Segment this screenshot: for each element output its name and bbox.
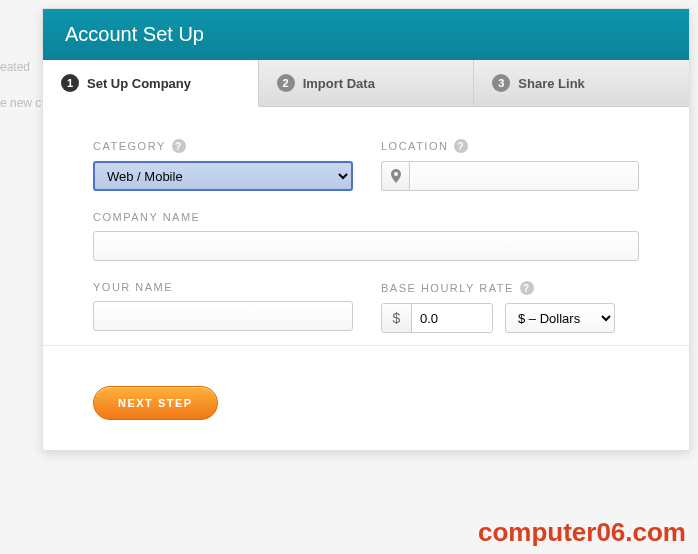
bg-text-1: eated bbox=[0, 60, 30, 74]
help-icon[interactable]: ? bbox=[520, 281, 534, 295]
tab-set-up-company[interactable]: 1 Set Up Company bbox=[43, 60, 259, 107]
divider bbox=[43, 345, 689, 346]
currency-symbol: $ bbox=[382, 304, 412, 332]
step-number-2: 2 bbox=[277, 74, 295, 92]
form-area: CATEGORY ? Web / Mobile LOCATION ? bbox=[43, 107, 689, 366]
modal-title: Account Set Up bbox=[43, 9, 689, 60]
pin-icon bbox=[381, 161, 409, 191]
tab-share-link[interactable]: 3 Share Link bbox=[474, 60, 689, 106]
account-setup-modal: Account Set Up 1 Set Up Company 2 Import… bbox=[42, 8, 690, 451]
watermark: computer06.com bbox=[478, 517, 686, 548]
tab-label: Share Link bbox=[518, 76, 584, 91]
hourly-rate-input[interactable] bbox=[412, 304, 492, 332]
currency-select[interactable]: $ – Dollars bbox=[505, 303, 615, 333]
label-category: CATEGORY ? bbox=[93, 139, 353, 153]
wizard-tabs: 1 Set Up Company 2 Import Data 3 Share L… bbox=[43, 60, 689, 107]
label-location: LOCATION ? bbox=[381, 139, 639, 153]
tab-label: Set Up Company bbox=[87, 76, 191, 91]
help-icon[interactable]: ? bbox=[172, 139, 186, 153]
label-your-name: YOUR NAME bbox=[93, 281, 353, 293]
location-input[interactable] bbox=[409, 161, 639, 191]
label-company-name: COMPANY NAME bbox=[93, 211, 639, 223]
next-step-button[interactable]: NEXT STEP bbox=[93, 386, 218, 420]
your-name-input[interactable] bbox=[93, 301, 353, 331]
help-icon[interactable]: ? bbox=[454, 139, 468, 153]
modal-footer: NEXT STEP bbox=[43, 366, 689, 450]
category-select[interactable]: Web / Mobile bbox=[93, 161, 353, 191]
step-number-1: 1 bbox=[61, 74, 79, 92]
tab-label: Import Data bbox=[303, 76, 375, 91]
rate-input-group: $ bbox=[381, 303, 493, 333]
bg-text-2: e new c bbox=[0, 96, 41, 110]
step-number-3: 3 bbox=[492, 74, 510, 92]
tab-import-data[interactable]: 2 Import Data bbox=[259, 60, 475, 106]
company-name-input[interactable] bbox=[93, 231, 639, 261]
label-base-hourly-rate: BASE HOURLY RATE ? bbox=[381, 281, 639, 295]
